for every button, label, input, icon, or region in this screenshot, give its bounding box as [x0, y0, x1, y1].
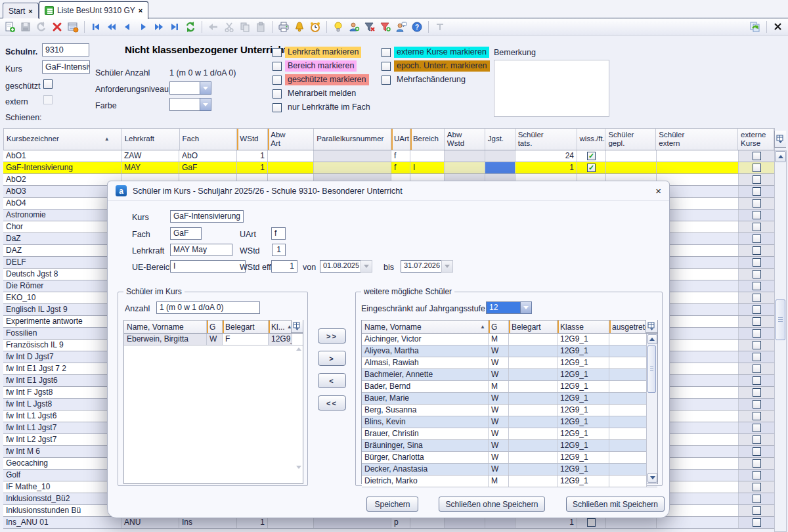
- externe-kurse-checkbox[interactable]: [753, 506, 761, 515]
- externe-kurse-checkbox[interactable]: [753, 365, 761, 373]
- externe-kurse-checkbox[interactable]: [753, 305, 761, 314]
- tab-liste-besunt[interactable]: Liste BesUnt 9310 GY ×: [39, 1, 148, 19]
- table-row[interactable]: Blins, KevinW12G9_1: [362, 416, 657, 428]
- filter-remove-icon[interactable]: [362, 20, 377, 34]
- table-row[interactable]: Bader, BerndM12G9_1: [362, 381, 657, 393]
- externe-kurse-checkbox[interactable]: [753, 175, 761, 184]
- schliessen-ohne-speichern-button[interactable]: Schließen ohne Speichern: [439, 497, 545, 512]
- nav-next-icon[interactable]: [136, 20, 150, 34]
- dlg-bis-date-select[interactable]: 31.07.2026: [401, 260, 453, 273]
- externe-kurse-checkbox[interactable]: [753, 400, 761, 409]
- move-left-button[interactable]: <: [318, 373, 346, 388]
- bemerkung-textarea[interactable]: [494, 60, 609, 117]
- column-header[interactable]: Belegart: [509, 321, 558, 333]
- switch-window-icon[interactable]: [748, 20, 762, 34]
- farbe-select[interactable]: [169, 98, 211, 111]
- column-header[interactable]: Belegart: [223, 321, 269, 333]
- table-row[interactable]: AbO1ZAWAbO1f24✓: [3, 150, 775, 162]
- dialog-table-scrollbar[interactable]: [646, 334, 657, 484]
- dlg-lehrkraft-field[interactable]: MAY May: [170, 244, 232, 256]
- table-row[interactable]: Bachmeier, AnnetteW12G9_1: [362, 369, 657, 381]
- scroll-down-icon[interactable]: [647, 473, 657, 483]
- externe-kurse-checkbox[interactable]: [753, 223, 761, 231]
- nav-prev-icon[interactable]: [120, 20, 135, 34]
- scroll-up-icon[interactable]: [647, 334, 657, 344]
- tab-close-icon[interactable]: ×: [28, 7, 32, 15]
- tab-start[interactable]: Start ×: [3, 3, 39, 18]
- column-header[interactable]: WStd: [237, 129, 268, 150]
- externe-kurse-checkbox[interactable]: [753, 388, 761, 397]
- checkbox[interactable]: [273, 62, 282, 71]
- externe-kurse-checkbox[interactable]: [753, 495, 761, 503]
- column-header[interactable]: Kl...▲: [269, 321, 292, 333]
- dlg-wstd-field[interactable]: 1: [272, 244, 286, 256]
- externe-kurse-checkbox[interactable]: [753, 376, 761, 385]
- scroll-up-icon[interactable]: [775, 151, 786, 162]
- column-picker-icon[interactable]: [646, 320, 657, 333]
- externe-kurse-checkbox[interactable]: [753, 152, 761, 160]
- dlg-anzahl-field[interactable]: 1 (m 0 w 1 d/oA 0): [156, 301, 260, 314]
- bulb-icon[interactable]: [331, 20, 345, 34]
- externe-kurse-checkbox[interactable]: [753, 282, 761, 290]
- person-comment-icon[interactable]: [394, 20, 408, 34]
- column-header[interactable]: Abw Art: [268, 129, 314, 150]
- move-right-button[interactable]: >: [318, 351, 346, 366]
- geschuetzt-checkbox[interactable]: [43, 79, 53, 89]
- externe-kurse-checkbox[interactable]: [753, 258, 761, 267]
- dialog-close-icon[interactable]: ×: [655, 185, 661, 196]
- move-all-right-button[interactable]: >>: [318, 328, 346, 344]
- checkbox[interactable]: [382, 62, 391, 71]
- wiss-ft-checkbox[interactable]: [587, 518, 596, 527]
- externe-kurse-checkbox[interactable]: [753, 424, 761, 432]
- externe-kurse-checkbox[interactable]: [753, 270, 761, 278]
- dlg-von-date-select[interactable]: 01.08.2025: [320, 260, 372, 273]
- filter-add-icon[interactable]: [378, 20, 393, 34]
- column-header[interactable]: G: [207, 321, 223, 333]
- dlg-kurs-field[interactable]: GaF-Intensivierung: [170, 210, 244, 223]
- wiss-ft-checkbox[interactable]: ✓: [587, 164, 596, 172]
- add-person-icon[interactable]: [347, 20, 361, 34]
- dlg-wstd-eff-field[interactable]: 1: [271, 260, 297, 273]
- column-header[interactable]: ausgetreten: [609, 321, 647, 333]
- checkbox[interactable]: [273, 76, 282, 85]
- column-header[interactable]: wiss./ft.: [577, 129, 606, 150]
- move-all-left-button[interactable]: <<: [318, 395, 346, 410]
- nav-first-icon[interactable]: [89, 20, 103, 34]
- speichern-button[interactable]: Speichern: [366, 497, 418, 512]
- nav-last-icon[interactable]: [167, 20, 182, 34]
- column-header[interactable]: Schüler gepl.: [605, 129, 656, 150]
- externe-kurse-checkbox[interactable]: [753, 459, 761, 468]
- column-header[interactable]: Schüler extern: [656, 129, 738, 150]
- externe-kurse-checkbox[interactable]: [753, 211, 761, 219]
- externe-kurse-checkbox[interactable]: [753, 199, 761, 208]
- column-picker-icon[interactable]: [291, 320, 303, 333]
- column-header[interactable]: UArt: [391, 129, 410, 150]
- column-header[interactable]: Abw Wstd: [445, 129, 485, 150]
- scrollbar-thumb[interactable]: [647, 345, 656, 393]
- table-row[interactable]: Bauer, MarieW12G9_1: [362, 393, 657, 405]
- table-row[interactable]: Dietrich, MarkoM12G9_1: [362, 476, 657, 487]
- jahrgangsstufe-select[interactable]: 12: [486, 301, 532, 314]
- nav-fast-prev-icon[interactable]: [104, 20, 119, 34]
- externe-kurse-checkbox[interactable]: [753, 246, 761, 255]
- column-header[interactable]: Klasse: [558, 321, 609, 333]
- externe-kurse-checkbox[interactable]: [753, 518, 761, 527]
- checkbox[interactable]: [382, 48, 391, 57]
- column-header[interactable]: externe Kurse: [738, 129, 774, 150]
- checkbox[interactable]: [273, 89, 282, 99]
- externe-kurse-checkbox[interactable]: [753, 164, 761, 172]
- column-header[interactable]: Jgst.: [485, 129, 515, 150]
- externe-kurse-checkbox[interactable]: [753, 187, 761, 196]
- kurs-field[interactable]: GaF-Intensivierung: [42, 60, 90, 74]
- column-header[interactable]: Schüler tats.: [515, 129, 577, 150]
- externe-kurse-checkbox[interactable]: [753, 234, 761, 243]
- column-header[interactable]: G: [489, 321, 509, 333]
- column-header[interactable]: Lehrkraft: [122, 129, 180, 150]
- table-row[interactable]: Almasi, RawiahW12G9_1: [362, 357, 657, 369]
- form-properties-icon[interactable]: [66, 20, 80, 34]
- column-header[interactable]: Bereich: [410, 129, 445, 150]
- checkbox[interactable]: [382, 76, 391, 85]
- schliessen-mit-speichern-button[interactable]: Schließen mit Speichern: [566, 497, 665, 512]
- close-icon[interactable]: [771, 20, 785, 34]
- table-row[interactable]: Ins_ANU 01ANUIns1p1: [3, 517, 775, 529]
